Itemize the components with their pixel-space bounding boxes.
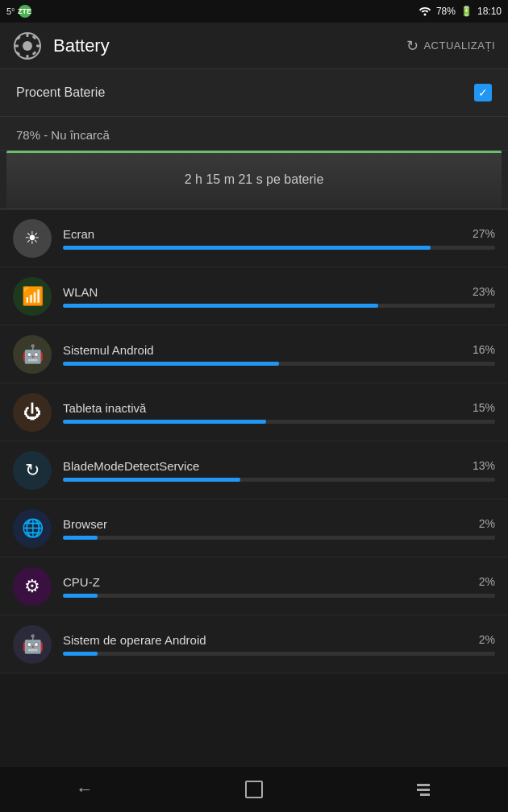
wlan-app-icon: 📶 [13, 277, 52, 316]
svg-rect-4 [27, 55, 29, 59]
battery-percent-label: Procent Baterie [16, 85, 105, 100]
usage-bar-fill [63, 420, 266, 424]
usage-item-header: Tableta inactivă 15% [63, 401, 495, 415]
screen-app-icon: ☀ [13, 219, 52, 258]
usage-bar-bg [63, 246, 495, 250]
battery-percent-row[interactable]: Procent Baterie ✓ [0, 69, 508, 117]
list-item[interactable]: ⏻ Tableta inactivă 15% [0, 383, 508, 441]
usage-bar-bg [63, 362, 495, 366]
svg-point-0 [423, 13, 426, 15]
usage-item-content: Ecran 27% [63, 227, 495, 250]
list-item[interactable]: ☀ Ecran 27% [0, 209, 508, 267]
browser-app-icon: 🌐 [13, 509, 52, 548]
battery-icon: 🔋 [460, 6, 473, 17]
status-bar: 5° ZTE 78% 🔋 18:10 [0, 0, 508, 23]
usage-item-header: CPU-Z 2% [63, 575, 495, 589]
os-app-icon: 🤖 [13, 625, 52, 664]
usage-bar-fill [63, 652, 98, 656]
usage-bar-fill [63, 304, 378, 308]
usage-bar-fill [63, 536, 98, 540]
svg-rect-3 [27, 33, 29, 37]
list-item[interactable]: 🌐 Browser 2% [0, 499, 508, 557]
page-title: Battery [53, 35, 406, 56]
usage-item-percent: 16% [473, 343, 495, 356]
time-display: 18:10 [477, 6, 502, 17]
usage-item-header: Ecran 27% [63, 227, 495, 241]
home-button[interactable] [230, 773, 278, 806]
usage-bar-bg [63, 652, 495, 656]
usage-bar-bg [63, 304, 495, 308]
usage-item-header: Browser 2% [63, 517, 495, 531]
usage-item-percent: 2% [479, 517, 495, 530]
usage-item-content: Browser 2% [63, 517, 495, 540]
usage-item-content: BladeModeDetectService 13% [63, 459, 495, 482]
usage-item-percent: 2% [479, 575, 495, 588]
usage-item-name: WLAN [63, 285, 98, 299]
content-area: Procent Baterie ✓ 78% - Nu încarcă 2 h 1… [0, 69, 508, 673]
service-app-icon: ↻ [13, 451, 52, 490]
back-button[interactable]: ← [60, 773, 109, 806]
refresh-icon: ↻ [406, 37, 419, 55]
usage-item-percent: 23% [473, 285, 495, 298]
usage-item-percent: 15% [473, 401, 495, 414]
list-item[interactable]: ↻ BladeModeDetectService 13% [0, 441, 508, 499]
battery-status-text: 78% - Nu încarcă [16, 128, 110, 142]
usage-bar-bg [63, 536, 495, 540]
usage-item-percent: 2% [479, 633, 495, 646]
usage-item-header: Sistem de operare Android 2% [63, 633, 495, 647]
status-left: 5° ZTE [6, 5, 31, 18]
list-item[interactable]: 📶 WLAN 23% [0, 267, 508, 325]
usage-item-percent: 27% [473, 227, 495, 240]
nav-bar: ← [0, 767, 508, 812]
usage-item-header: WLAN 23% [63, 285, 495, 299]
usage-item-name: Tableta inactivă [63, 401, 146, 415]
battery-chart-label: 2 h 15 m 21 s pe baterie [185, 172, 324, 187]
battery-chart: 2 h 15 m 21 s pe baterie [6, 151, 502, 209]
usage-item-content: CPU-Z 2% [63, 575, 495, 598]
usage-item-name: Sistemul Android [63, 343, 154, 357]
battery-status-row: 78% - Nu încarcă [0, 117, 508, 151]
usage-item-content: Sistem de operare Android 2% [63, 633, 495, 656]
cpu-app-icon: ⚙ [13, 567, 52, 606]
list-item[interactable]: 🤖 Sistemul Android 16% [0, 325, 508, 383]
android-app-icon: 🤖 [13, 335, 52, 374]
battery-status: 78% [436, 6, 456, 17]
battery-settings-icon [13, 31, 42, 60]
usage-bar-fill [63, 594, 98, 598]
list-item[interactable]: ⚙ CPU-Z 2% [0, 557, 508, 615]
refresh-button[interactable]: ↻ ACTUALIZAȚI [406, 37, 495, 55]
usage-item-header: BladeModeDetectService 13% [63, 459, 495, 473]
usage-item-name: CPU-Z [63, 575, 100, 589]
usage-item-name: Ecran [63, 227, 94, 241]
battery-percent-checkbox[interactable]: ✓ [474, 84, 492, 102]
svg-rect-6 [36, 44, 40, 47]
usage-list: ☀ Ecran 27% 📶 WLAN 23% 🤖 [0, 209, 508, 673]
usage-item-content: Tableta inactivă 15% [63, 401, 495, 424]
battery-chart-container: 2 h 15 m 21 s pe baterie [0, 151, 508, 209]
list-item[interactable]: 🤖 Sistem de operare Android 2% [0, 615, 508, 673]
zte-icon: ZTE [19, 5, 31, 18]
usage-bar-fill [63, 478, 240, 482]
back-icon: ← [76, 779, 94, 800]
usage-item-percent: 13% [473, 459, 495, 472]
usage-item-name: Browser [63, 517, 107, 531]
home-icon [245, 781, 263, 798]
svg-point-2 [23, 41, 32, 51]
usage-bar-fill [63, 362, 279, 366]
recent-icon [417, 784, 430, 796]
tablet-app-icon: ⏻ [13, 393, 52, 432]
usage-item-name: BladeModeDetectService [63, 459, 199, 473]
app-bar: Battery ↻ ACTUALIZAȚI [0, 23, 508, 69]
wifi-status-icon [418, 5, 431, 19]
usage-bar-fill [63, 246, 431, 250]
usage-item-content: WLAN 23% [63, 285, 495, 308]
temp-icon: 5° [6, 6, 15, 16]
refresh-label: ACTUALIZAȚI [423, 39, 495, 52]
usage-bar-bg [63, 594, 495, 598]
recent-button[interactable] [399, 773, 448, 806]
usage-item-header: Sistemul Android 16% [63, 343, 495, 357]
svg-rect-5 [15, 44, 19, 47]
usage-item-name: Sistem de operare Android [63, 633, 206, 647]
usage-item-content: Sistemul Android 16% [63, 343, 495, 366]
usage-bar-bg [63, 420, 495, 424]
